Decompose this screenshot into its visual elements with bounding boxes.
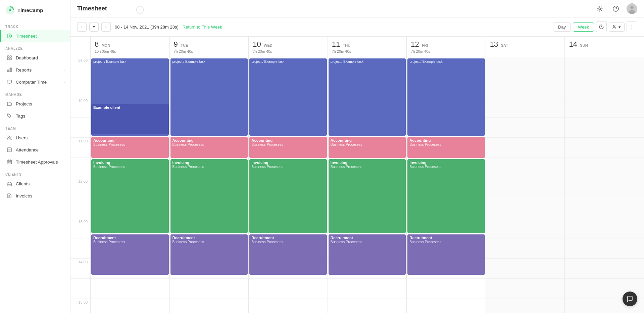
week-view-button[interactable]: Week [573, 23, 594, 32]
event-accounting-title-mon: Accounting [93, 138, 167, 142]
event-project-example-wed[interactable]: project / Example task [249, 58, 327, 136]
check-square-icon [6, 147, 12, 153]
topbar-icons [594, 3, 637, 14]
sidebar-item-clients-label: Clients [16, 181, 30, 186]
day-num-1: 9 [174, 40, 178, 49]
sidebar-item-users-label: Users [16, 135, 28, 140]
day-total-0: 10h 05m 48s [95, 49, 165, 53]
sidebar-item-timesheet[interactable]: Timesheet [0, 30, 70, 42]
return-to-this-week-link[interactable]: Return to This Week [183, 25, 222, 30]
users-icon [6, 135, 12, 141]
day-total-2: 7h 20m 40s [253, 49, 324, 53]
toolbar-right: Day Week ▾ ⋮ [553, 21, 637, 32]
folder-icon [6, 101, 12, 107]
calendar-grid: 8 MON 10h 05m 48s 9 TUE 7h 20m 40s 10 WE… [70, 37, 644, 313]
section-label-analyze: ANALYZE [0, 42, 70, 52]
svg-line-5 [9, 36, 10, 37]
section-label-clients: CLIENTS [0, 168, 70, 178]
sidebar-section-clients: CLIENTS Clients Invoices [0, 168, 70, 202]
day-total-1: 7h 20m 40s [174, 49, 245, 53]
event-recruitment-wed[interactable]: Recruitment Business Procesess [249, 234, 327, 275]
timecamp-logo-icon [5, 5, 15, 15]
monitor-icon [6, 79, 12, 85]
event-invoicing-fri[interactable]: Invoicing Business Procesess [407, 159, 485, 233]
event-project-label-thu: project / Example task [331, 60, 404, 63]
event-recruitment-sub-fri: Business Procesess [409, 240, 483, 244]
day-header-2: 10 WED 7h 20m 40s [249, 37, 328, 57]
sidebar-item-timesheet-approvals[interactable]: Timesheet Approvals [0, 156, 70, 168]
avatar[interactable] [627, 3, 637, 14]
event-project-example-tue[interactable]: project / Example task [170, 58, 248, 136]
event-project-example-thu[interactable]: project / Example task [329, 58, 406, 136]
svg-rect-20 [7, 160, 12, 164]
svg-rect-13 [7, 80, 12, 83]
event-recruitment-tue[interactable]: Recruitment Business Procesess [170, 234, 248, 275]
event-invoicing-tue[interactable]: Invoicing Business Procesess [170, 159, 248, 233]
svg-point-32 [630, 6, 634, 9]
calendar-check-icon [6, 159, 12, 165]
day-num-2: 10 [253, 40, 261, 49]
sidebar-item-computer-time[interactable]: Computer Time › [0, 76, 70, 88]
event-invoicing-title-tue: Invoicing [172, 161, 246, 165]
event-accounting-wed[interactable]: Accounting Business Procesess [249, 137, 327, 158]
day-view-button[interactable]: Day [553, 23, 571, 32]
event-accounting-tue[interactable]: Accounting Business Procesess [170, 137, 248, 158]
help-button[interactable] [610, 3, 621, 14]
sidebar-item-projects[interactable]: Projects [0, 98, 70, 110]
calendar-toolbar: ‹ ▾ › 08 - 14 Nov, 2021 (39h 28m 28s) Re… [70, 17, 644, 37]
sidebar-item-timesheet-approvals-label: Timesheet Approvals [16, 160, 58, 165]
sidebar: TimeCamp TRACK Timesheet ANALYZE [0, 0, 70, 313]
svg-point-30 [615, 10, 616, 10]
chat-bubble-button[interactable] [623, 292, 637, 306]
event-project-label-mon: project / Example task [93, 60, 167, 63]
sidebar-item-invoices[interactable]: Invoices [0, 190, 70, 202]
sidebar-item-reports[interactable]: Reports › [0, 64, 70, 76]
day-col-fri: project / Example task Accounting Busine… [407, 57, 486, 313]
event-recruitment-thu[interactable]: Recruitment Business Procesess [329, 234, 406, 275]
sidebar-item-invoices-label: Invoices [16, 193, 33, 198]
event-recruitment-mon[interactable]: Recruitment Business Procesess [91, 234, 169, 275]
svg-rect-12 [10, 68, 11, 72]
date-dropdown-button[interactable]: ▾ [89, 22, 99, 32]
day-col-tue: project / Example task Accounting Busine… [170, 57, 249, 313]
tag-icon [6, 113, 12, 119]
sidebar-item-tags[interactable]: Tags [0, 110, 70, 122]
prev-week-button[interactable]: ‹ [77, 22, 87, 32]
event-invoicing-mon[interactable]: Invoicing Business Procesess [91, 159, 169, 233]
event-invoicing-sub-wed: Business Procesess [251, 165, 325, 169]
event-accounting-sub-thu: Business Procesess [331, 142, 404, 146]
event-accounting-mon[interactable]: Accounting Business Procesess [91, 137, 169, 158]
section-label-track: TRACK [0, 20, 70, 30]
event-client-title-mon: Example client [93, 105, 167, 109]
time-slot-10: 10:00 [70, 97, 90, 118]
next-week-button[interactable]: › [101, 22, 111, 32]
event-accounting-fri[interactable]: Accounting Business Procesess [407, 137, 485, 158]
sidebar-item-computer-time-label: Computer Time [16, 80, 47, 85]
day-name-5: SAT [501, 43, 508, 47]
time-slot-12: 12:00 [70, 178, 90, 198]
day-num-3: 11 [332, 40, 340, 49]
event-recruitment-title-fri: Recruitment [409, 236, 483, 240]
settings-button[interactable] [594, 3, 605, 14]
event-invoicing-wed[interactable]: Invoicing Business Procesess [249, 159, 327, 233]
more-options-button[interactable]: ⋮ [627, 21, 637, 32]
sidebar-item-clients[interactable]: Clients [0, 178, 70, 190]
computer-time-chevron-icon: › [63, 80, 65, 84]
sidebar-toggle-button[interactable]: ‹ [136, 6, 144, 13]
event-invoicing-thu[interactable]: Invoicing Business Procesess [329, 159, 406, 233]
time-slot-9: 09:00 [70, 57, 90, 77]
event-accounting-thu[interactable]: Accounting Business Procesess [329, 137, 406, 158]
refresh-button[interactable] [596, 21, 607, 32]
svg-rect-8 [7, 58, 9, 60]
sidebar-item-users[interactable]: Users [0, 132, 70, 144]
event-recruitment-fri[interactable]: Recruitment Business Procesess [407, 234, 485, 275]
event-example-client-mon[interactable]: Example client [91, 104, 169, 134]
sidebar-item-attendance[interactable]: Attendance [0, 144, 70, 156]
event-project-example-fri[interactable]: project / Example task [407, 58, 485, 136]
user-filter-button[interactable]: ▾ [609, 23, 625, 32]
event-accounting-title-fri: Accounting [409, 138, 483, 142]
sidebar-section-manage: MANAGE Projects Tags [0, 88, 70, 122]
day-col-thu: project / Example task Accounting Busine… [328, 57, 407, 313]
svg-rect-9 [10, 58, 11, 60]
sidebar-item-dashboard[interactable]: Dashboard [0, 52, 70, 64]
